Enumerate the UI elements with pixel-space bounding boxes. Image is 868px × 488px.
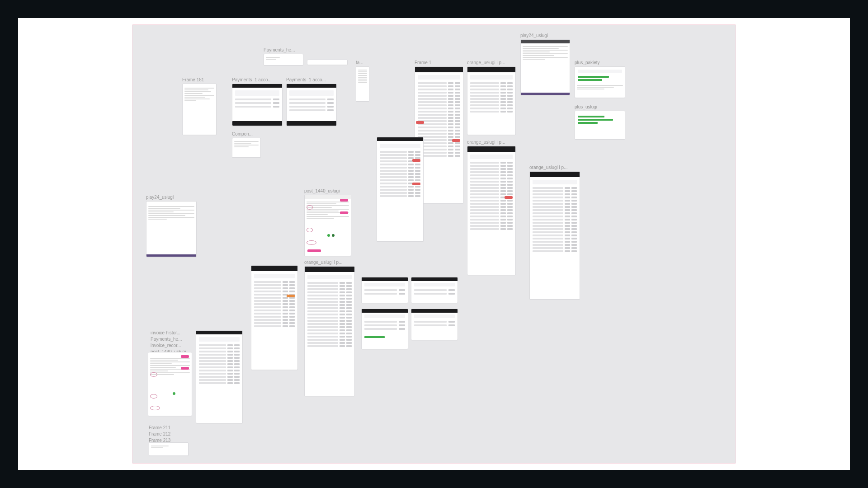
frame-label: Payments_he... bbox=[264, 47, 303, 53]
frame-payments-1b[interactable]: Payments_1 acco... bbox=[286, 77, 337, 126]
frame-plus-uslugi[interactable]: plus_usługi bbox=[575, 104, 625, 140]
frame-label: Frame 1 bbox=[415, 60, 463, 66]
frame-unlabeled-tall-mid[interactable] bbox=[377, 137, 424, 242]
frame-label: post_1440_usługi bbox=[304, 188, 351, 194]
frame-small-a[interactable] bbox=[361, 277, 408, 303]
frame-compon[interactable]: Compon... bbox=[232, 131, 261, 158]
frame-label: Compon... bbox=[232, 131, 261, 137]
frame-small-b[interactable] bbox=[411, 277, 458, 303]
frame-small-c[interactable] bbox=[361, 309, 408, 349]
frame-label: play24_usługi bbox=[520, 33, 570, 38]
frame-orange-c[interactable]: orange_usługi i p... bbox=[529, 165, 580, 300]
frame-unlabeled-bottom-tall[interactable] bbox=[196, 330, 243, 423]
viewport: Frame 181 Payments_he... bbox=[18, 18, 850, 470]
frame-label: Payments_1 acco... bbox=[232, 77, 283, 83]
frame-label: plus_usługi bbox=[575, 104, 625, 110]
frame-payments-he[interactable]: Payments_he... bbox=[264, 47, 303, 66]
frame-play24-a[interactable]: play24_usługi bbox=[520, 33, 570, 95]
frame-label: orange_usługi i p... bbox=[467, 140, 516, 145]
frame-orange-a[interactable]: orange_usługi i p... bbox=[467, 60, 516, 135]
frame-label: Payments_1 acco... bbox=[286, 77, 337, 83]
frame-label: ta... bbox=[356, 60, 369, 66]
stacked-small-frames: Frame 211 Frame 212 Frame 213 bbox=[149, 425, 185, 443]
frame-label: play24_usługi bbox=[146, 195, 197, 200]
frame-orange-b[interactable]: orange_usługi i p... bbox=[467, 140, 516, 275]
frame-label: Frame 181 bbox=[182, 77, 217, 83]
frame-label: orange_usługi i p... bbox=[529, 165, 580, 170]
frame-label: plus_pakiety bbox=[575, 60, 625, 66]
frame-payments-1a[interactable]: Payments_1 acco... bbox=[232, 77, 283, 126]
frame-181[interactable]: Frame 181 bbox=[182, 77, 217, 135]
design-canvas[interactable]: Frame 181 Payments_he... bbox=[132, 24, 736, 464]
frame-tiny-card[interactable] bbox=[149, 442, 189, 456]
frame-post1440-b[interactable] bbox=[148, 352, 192, 416]
frame-small-d[interactable] bbox=[411, 309, 458, 340]
frame-orange-d[interactable]: orange_usługi i p... bbox=[304, 260, 355, 396]
frame-plus-pakiety[interactable]: plus_pakiety bbox=[575, 60, 625, 98]
frame-label: orange_usługi i p... bbox=[467, 60, 516, 66]
frame-unlabeled-tall-left[interactable] bbox=[251, 265, 298, 370]
frame-label: Frame 212 bbox=[149, 432, 185, 437]
frame-unlabeled-bar[interactable] bbox=[307, 60, 348, 65]
frame-post1440-a[interactable]: post_1440_usługi bbox=[304, 188, 351, 256]
frame-ta[interactable]: ta... bbox=[356, 60, 369, 102]
frame-label: orange_usługi i p... bbox=[304, 260, 355, 265]
frame-play24-b[interactable]: play24_usługi bbox=[146, 195, 197, 257]
frame-label: Frame 211 bbox=[149, 425, 185, 431]
letterbox: Frame 181 Payments_he... bbox=[0, 0, 868, 488]
